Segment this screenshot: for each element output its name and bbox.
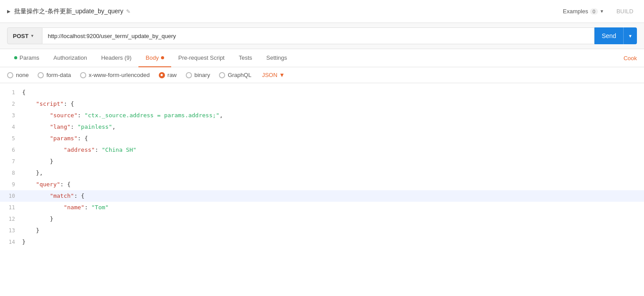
radio-raw[interactable] — [159, 72, 165, 78]
examples-button[interactable]: Examples 0 ▼ — [560, 6, 608, 16]
line-number-13: 13 — [0, 225, 22, 236]
top-bar-right: Examples 0 ▼ BUILD — [560, 6, 637, 16]
line-content-9: "query": { — [22, 179, 644, 190]
body-type-form-data[interactable]: form-data — [38, 72, 71, 78]
code-line-6[interactable]: 6 "address": "China SH" — [0, 144, 644, 156]
line-number-9: 9 — [0, 179, 22, 190]
code-line-4[interactable]: 4 "lang": "painless", — [0, 121, 644, 133]
tab-headers-label: Headers (9) — [101, 54, 132, 61]
tab-body-label: Body — [146, 54, 159, 61]
line-content-3: "source": "ctx._source.address = params.… — [22, 110, 644, 121]
code-line-7[interactable]: 7 } — [0, 156, 644, 167]
send-label: Send — [594, 32, 623, 39]
line-content-1: { — [22, 87, 644, 98]
line-content-8: }, — [22, 167, 644, 179]
line-content-14: } — [22, 236, 644, 248]
edit-icon[interactable]: ✎ — [126, 8, 130, 15]
line-content-2: "script": { — [22, 98, 644, 110]
editor-content[interactable]: 1{2 "script": {3 "source": "ctx._source.… — [0, 83, 644, 251]
body-type-binary[interactable]: binary — [186, 72, 210, 78]
radio-urlencoded[interactable] — [80, 72, 86, 78]
radio-graphql[interactable] — [219, 72, 225, 78]
radio-form-data[interactable] — [38, 72, 44, 78]
code-line-13[interactable]: 13 } — [0, 225, 644, 236]
examples-badge: 0 — [590, 8, 598, 15]
method-dropdown-arrow: ▼ — [30, 34, 34, 38]
code-editor[interactable]: 1{2 "script": {3 "source": "ctx._source.… — [0, 83, 644, 287]
send-button[interactable]: Send ▼ — [594, 27, 637, 44]
line-content-7: } — [22, 156, 644, 167]
tab-settings-label: Settings — [266, 54, 287, 61]
body-type-raw[interactable]: raw — [159, 72, 177, 78]
method-selector[interactable]: POST ▼ — [7, 27, 42, 44]
line-number-8: 8 — [0, 167, 22, 179]
request-title: 批量操作之-条件更新_update_by_query ✎ — [14, 8, 130, 15]
line-content-13: } — [22, 225, 644, 236]
line-number-2: 2 — [0, 98, 22, 110]
line-number-14: 14 — [0, 236, 22, 248]
line-number-6: 6 — [0, 144, 22, 156]
url-input[interactable] — [42, 27, 594, 44]
line-content-11: "name": "Tom" — [22, 202, 644, 213]
line-content-10: "match": { — [22, 190, 644, 202]
title-text: 批量操作之-条件更新_update_by_query — [14, 8, 123, 15]
radio-binary[interactable] — [186, 72, 192, 78]
code-line-8[interactable]: 8 }, — [0, 167, 644, 179]
code-line-5[interactable]: 5 "params": { — [0, 133, 644, 144]
body-type-selector: none form-data x-www-form-urlencoded raw… — [0, 67, 644, 83]
json-format-selector[interactable]: JSON ▼ — [262, 72, 285, 78]
tab-authorization[interactable]: Authorization — [46, 49, 94, 67]
line-number-7: 7 — [0, 156, 22, 167]
params-dot — [14, 56, 17, 59]
radio-none[interactable] — [7, 72, 13, 78]
line-content-4: "lang": "painless", — [22, 121, 644, 133]
code-line-12[interactable]: 12 } — [0, 213, 644, 225]
tab-params-label: Params — [19, 54, 39, 61]
line-number-4: 4 — [0, 121, 22, 133]
examples-label: Examples — [563, 8, 588, 15]
tab-prerequest-label: Pre-request Script — [178, 54, 225, 61]
body-type-urlencoded[interactable]: x-www-form-urlencoded — [80, 72, 150, 78]
code-line-10[interactable]: 10 "match": { — [0, 190, 644, 202]
body-type-none[interactable]: none — [7, 72, 29, 78]
top-bar-left: ▶ 批量操作之-条件更新_update_by_query ✎ — [7, 8, 130, 15]
line-content-12: } — [22, 213, 644, 225]
tab-headers[interactable]: Headers (9) — [94, 49, 139, 67]
tab-tests-label: Tests — [239, 54, 252, 61]
line-number-1: 1 — [0, 87, 22, 98]
json-dropdown-arrow: ▼ — [279, 72, 285, 78]
url-bar: POST ▼ Send ▼ — [0, 23, 644, 49]
tab-params[interactable]: Params — [7, 49, 46, 67]
tab-settings[interactable]: Settings — [259, 49, 294, 67]
line-number-3: 3 — [0, 110, 22, 121]
send-dropdown-arrow[interactable]: ▼ — [624, 34, 637, 38]
build-button[interactable]: BUILD — [613, 6, 637, 16]
json-label: JSON — [262, 72, 277, 78]
code-line-3[interactable]: 3 "source": "ctx._source.address = param… — [0, 110, 644, 121]
top-bar: ▶ 批量操作之-条件更新_update_by_query ✎ Examples … — [0, 0, 644, 23]
line-number-11: 11 — [0, 202, 22, 213]
tab-tests[interactable]: Tests — [232, 49, 259, 67]
code-line-2[interactable]: 2 "script": { — [0, 98, 644, 110]
line-number-12: 12 — [0, 213, 22, 225]
line-content-6: "address": "China SH" — [22, 144, 644, 156]
tab-body[interactable]: Body — [138, 49, 171, 67]
line-content-5: "params": { — [22, 133, 644, 144]
code-line-11[interactable]: 11 "name": "Tom" — [0, 202, 644, 213]
code-line-14[interactable]: 14} — [0, 236, 644, 248]
body-type-graphql[interactable]: GraphQL — [219, 72, 251, 78]
tab-cookies[interactable]: Cook — [624, 55, 637, 62]
body-dot — [161, 56, 164, 59]
method-label: POST — [13, 33, 28, 39]
line-number-10: 10 — [0, 190, 22, 202]
request-tabs: Params Authorization Headers (9) Body Pr… — [0, 49, 644, 67]
play-icon[interactable]: ▶ — [7, 9, 11, 14]
tab-prerequest[interactable]: Pre-request Script — [171, 49, 232, 67]
code-line-1[interactable]: 1{ — [0, 87, 644, 98]
examples-dropdown-arrow: ▼ — [600, 9, 604, 14]
line-number-5: 5 — [0, 133, 22, 144]
tab-authorization-label: Authorization — [54, 54, 87, 61]
code-line-9[interactable]: 9 "query": { — [0, 179, 644, 190]
